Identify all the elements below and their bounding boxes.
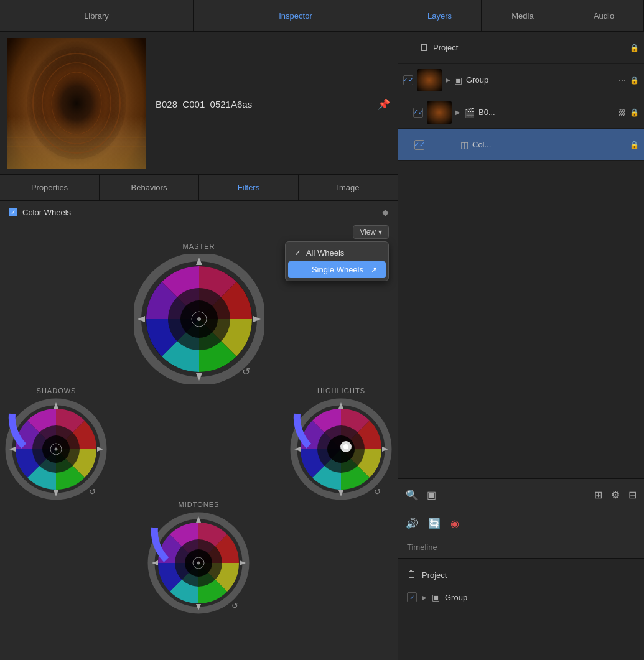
layer-b0-name: B0... xyxy=(478,108,615,117)
svg-text:↺: ↺ xyxy=(241,366,250,377)
midtones-wheel-container: MIDTONES xyxy=(0,501,398,620)
color-wheels-title-row: ✓ Color Wheels xyxy=(9,208,71,217)
svg-text:↺: ↺ xyxy=(89,487,96,496)
shadows-wheel-svg[interactable]: ↺ xyxy=(5,398,108,501)
b0-thumb-inner xyxy=(427,101,452,124)
b0-checkbox[interactable]: ✓ xyxy=(413,108,423,118)
checkmark-icon: ✓ xyxy=(294,248,301,258)
left-panel: B028_C001_0521A6as 📌 Properties Behavior… xyxy=(0,32,398,660)
highlights-wheel-wrapper: ↺ xyxy=(290,398,393,501)
view-button-row: View ▾ ✓ All Wheels Single Wheels ↗ xyxy=(0,221,398,243)
svg-point-50 xyxy=(197,562,200,565)
layer-group-name: Group xyxy=(466,75,615,85)
tl-group-name: Group xyxy=(445,593,467,602)
midtones-wheel-wrapper: ↺ xyxy=(147,512,250,615)
highlights-wheel-svg[interactable]: ↺ xyxy=(290,398,393,501)
group-thumb xyxy=(417,69,442,91)
color-wheels-title: Color Wheels xyxy=(22,208,71,217)
tunnel-svg xyxy=(7,38,146,169)
tl-group-icon: ▣ xyxy=(432,592,440,602)
midtones-label: MIDTONES xyxy=(179,501,220,508)
tab-behaviors-label: Behaviors xyxy=(131,183,167,192)
svg-point-0 xyxy=(27,47,126,159)
main-content: B028_C001_0521A6as 📌 Properties Behavior… xyxy=(0,32,644,660)
media-toolbar-row: 🔊 🔄 ◉ xyxy=(398,511,644,536)
tab-filters[interactable]: Filters xyxy=(199,175,299,200)
diamond-icon: ◆ xyxy=(382,207,389,217)
tab-image-label: Image xyxy=(337,183,359,192)
highlights-wheel-container: HIGHLIGHTS xyxy=(290,387,393,501)
tab-library[interactable]: Library xyxy=(0,0,194,31)
tl-group-arrow: ▶ xyxy=(422,594,427,601)
stack-toolbar-icon[interactable]: ⊟ xyxy=(628,489,637,501)
tab-media[interactable]: Media xyxy=(482,0,564,31)
layer-project-name: Project xyxy=(433,43,626,52)
b0-arrow-icon: ▶ xyxy=(455,109,460,116)
preview-filename-text: B028_C001_0521A6as xyxy=(156,99,252,109)
midtones-wheel-svg[interactable]: ↺ xyxy=(147,512,250,615)
master-label: MASTER xyxy=(183,243,215,250)
checker-toolbar-icon[interactable]: ⊞ xyxy=(594,489,602,501)
group-options-icon: ⋯ xyxy=(618,76,626,85)
dropdown-item-all-wheels[interactable]: ✓ All Wheels xyxy=(286,244,388,261)
pin-icon[interactable]: 📌 xyxy=(378,98,390,110)
shadows-wheel-wrapper: ↺ xyxy=(5,398,108,501)
tl-group-checkbox[interactable]: ✓ xyxy=(407,592,417,602)
preview-thumbnail xyxy=(7,38,146,169)
view-dropdown: ✓ All Wheels Single Wheels ↗ xyxy=(285,241,389,281)
project-lock-icon: 🔒 xyxy=(630,44,639,52)
shadows-label: SHADOWS xyxy=(37,387,77,394)
group-checkbox[interactable]: ✓ xyxy=(403,75,413,85)
color-wheels-header: ✓ Color Wheels ◆ xyxy=(0,201,398,221)
tab-properties[interactable]: Properties xyxy=(0,175,100,200)
group-type-icon: ▣ xyxy=(454,75,462,85)
col-lock-icon: 🔒 xyxy=(630,141,639,149)
timeline-project-row: 🗒 Project xyxy=(398,564,644,586)
dropdown-single-wheels-label: Single Wheels xyxy=(312,265,363,274)
tab-behaviors[interactable]: Behaviors xyxy=(100,175,199,200)
tl-project-icon: 🗒 xyxy=(407,569,417,580)
tl-project-name: Project xyxy=(422,570,447,580)
preview-area: B028_C001_0521A6as 📌 xyxy=(0,32,398,175)
right-panel: 🗒 Project 🔒 ✓ ▶ ▣ Group ⋯ 🔒 ✓ xyxy=(398,32,644,660)
loop-icon[interactable]: 🔄 xyxy=(428,518,441,529)
layer-row-project: 🗒 Project 🔒 xyxy=(398,32,644,64)
cursor-indicator: ↗ xyxy=(371,266,377,274)
tunnel-background xyxy=(7,38,146,169)
timeline-group-row: ✓ ▶ ▣ Group xyxy=(398,586,644,608)
b0-lock-icon: 🔒 xyxy=(630,108,639,117)
master-wheel-svg[interactable]: ↺ xyxy=(134,254,264,384)
col-checkbox[interactable]: ✓ xyxy=(414,140,424,150)
tab-audio[interactable]: Audio xyxy=(564,0,644,31)
tab-inspector[interactable]: Inspector xyxy=(194,0,398,31)
view-button-label: View xyxy=(360,228,376,236)
grid-toolbar-icon[interactable]: ▣ xyxy=(427,489,436,501)
tab-media-label: Media xyxy=(511,11,533,21)
tab-image[interactable]: Image xyxy=(299,175,398,200)
dropdown-item-single-wheels[interactable]: Single Wheels ↗ xyxy=(288,261,386,278)
filter-icon[interactable]: ◉ xyxy=(450,518,459,529)
color-wheels-section: ✓ Color Wheels ◆ View ▾ ✓ All Wheels xyxy=(0,201,398,660)
view-chevron-icon: ▾ xyxy=(378,228,382,236)
layer-row-col[interactable]: ✓ ◫ Col... 🔒 xyxy=(398,129,644,161)
group-arrow-icon: ▶ xyxy=(446,77,450,83)
view-button[interactable]: View ▾ xyxy=(353,225,389,239)
search-toolbar-icon[interactable]: 🔍 xyxy=(406,489,418,501)
timeline-section: Timeline 🗒 Project ✓ ▶ ▣ Group xyxy=(398,536,644,660)
project-icon: 🗒 xyxy=(419,42,429,53)
timeline-header: Timeline xyxy=(398,536,644,559)
audio-icon[interactable]: 🔊 xyxy=(406,518,418,529)
preview-info: B028_C001_0521A6as 📌 xyxy=(146,96,390,110)
dropdown-all-wheels-label: All Wheels xyxy=(306,248,344,258)
tab-library-label: Library xyxy=(84,11,109,21)
col-effect-icon: ◫ xyxy=(460,140,469,150)
tab-layers[interactable]: Layers xyxy=(398,0,482,31)
timeline-rows: 🗒 Project ✓ ▶ ▣ Group xyxy=(398,559,644,660)
layer-row-b0[interactable]: ✓ ▶ 🎬 B0... ⛓ 🔒 xyxy=(398,96,644,129)
tab-audio-label: Audio xyxy=(594,11,614,21)
color-wheels-checkbox[interactable]: ✓ xyxy=(9,208,17,216)
gear-toolbar-icon[interactable]: ⚙ xyxy=(611,489,620,501)
layer-row-group[interactable]: ✓ ▶ ▣ Group ⋯ 🔒 xyxy=(398,64,644,96)
group-lock-icon: 🔒 xyxy=(630,76,639,85)
svg-point-39 xyxy=(343,444,348,449)
